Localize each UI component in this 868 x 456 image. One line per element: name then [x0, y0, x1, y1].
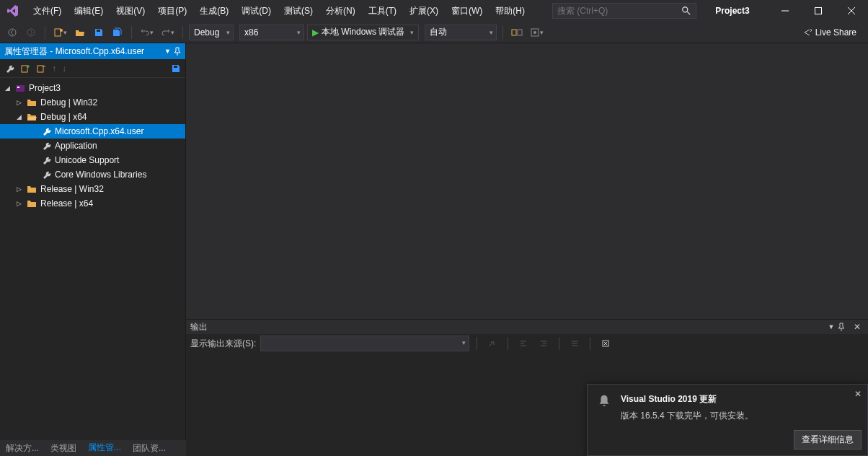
tree-config-debug-x64[interactable]: ◢ Debug | x64 — [0, 110, 185, 124]
nav-forward-button[interactable] — [23, 25, 39, 40]
vs-logo-icon — [6, 4, 20, 18]
goto-prev-icon[interactable] — [484, 336, 500, 351]
wrench-icon — [40, 154, 52, 166]
toolbar-icon-1[interactable] — [509, 25, 525, 40]
separator — [182, 26, 183, 39]
auto-select[interactable]: 自动▾ — [425, 25, 497, 40]
bottom-tab-solution[interactable]: 解决方... — [0, 440, 45, 457]
config-select[interactable]: Debug▾ — [189, 25, 234, 40]
menu-extensions[interactable]: 扩展(X) — [404, 2, 444, 20]
tree-label: Core Windows Libraries — [55, 170, 146, 180]
tree-label: Unicode Support — [55, 155, 119, 165]
wrench-icon[interactable] — [4, 63, 14, 74]
add-sheet-icon[interactable] — [20, 63, 30, 74]
separator — [131, 26, 132, 39]
maximize-button[interactable] — [802, 0, 835, 22]
indent-right-icon[interactable] — [536, 336, 552, 351]
svg-rect-10 — [97, 30, 100, 32]
bottom-tab-classview[interactable]: 类视图 — [45, 440, 82, 457]
existing-sheet-icon[interactable] — [36, 63, 46, 74]
wrench-icon — [40, 140, 52, 152]
pin-icon[interactable] — [838, 323, 851, 331]
live-share-button[interactable]: Live Share — [795, 27, 864, 38]
separator — [508, 337, 508, 350]
save-button[interactable] — [91, 25, 107, 40]
svg-point-7 — [27, 29, 35, 36]
pin-icon[interactable] — [174, 47, 181, 56]
svg-rect-17 — [174, 66, 177, 68]
tree-item-microsoft-cpp[interactable]: Microsoft.Cpp.x64.user — [0, 124, 185, 139]
expand-arrow-icon[interactable]: ▷ — [14, 200, 23, 207]
menu-window[interactable]: 窗口(W) — [446, 2, 488, 20]
bell-icon — [596, 393, 612, 447]
notification-close-icon[interactable]: ✕ — [854, 389, 862, 399]
expand-arrow-icon[interactable]: ◢ — [14, 113, 23, 120]
menu-analyze[interactable]: 分析(N) — [320, 2, 361, 20]
bottom-tab-team[interactable]: 团队资... — [127, 440, 172, 457]
expand-arrow-icon[interactable]: ▷ — [14, 185, 23, 193]
svg-rect-12 — [518, 30, 522, 35]
svg-point-6 — [9, 29, 16, 36]
redo-button[interactable]: ▾ — [159, 25, 177, 40]
play-icon: ▶ — [312, 27, 319, 38]
main-menu: 文件(F) 编辑(E) 视图(V) 项目(P) 生成(B) 调试(D) 测试(S… — [27, 0, 531, 22]
output-source-select[interactable]: ▾ — [260, 336, 469, 351]
output-header[interactable]: 输出 ▼ ✕ — [186, 320, 868, 334]
svg-point-14 — [533, 31, 536, 34]
folder-open-icon — [26, 111, 37, 123]
notification-details-button[interactable]: 查看详细信息 — [794, 430, 862, 450]
svg-rect-18 — [16, 85, 25, 92]
svg-line-1 — [687, 12, 690, 14]
minimize-button[interactable] — [769, 0, 802, 22]
start-debug-button[interactable]: ▶ 本地 Windows 调试器 ▾ — [307, 25, 419, 40]
toolbar-icon-2[interactable]: ▾ — [528, 25, 546, 40]
quick-search[interactable] — [552, 3, 696, 19]
menu-build[interactable]: 生成(B) — [194, 2, 234, 20]
open-file-button[interactable] — [72, 25, 88, 40]
menu-debug[interactable]: 调试(D) — [236, 2, 277, 20]
chevron-down-icon[interactable]: ▼ — [164, 48, 171, 55]
new-file-button[interactable]: ▾ — [51, 25, 69, 40]
undo-button[interactable]: ▾ — [138, 25, 156, 40]
expand-arrow-icon[interactable]: ▷ — [14, 99, 23, 106]
bottom-tab-properties[interactable]: 属性管... — [82, 439, 127, 457]
menu-file[interactable]: 文件(F) — [27, 2, 67, 20]
editor-empty — [186, 43, 868, 319]
window-controls — [769, 0, 868, 22]
down-arrow-icon[interactable]: ↓ — [62, 63, 66, 74]
window-menu-icon[interactable]: ▼ — [825, 323, 838, 330]
tree-config-release-win32[interactable]: ▷ Release | Win32 — [0, 182, 185, 196]
expand-arrow-icon[interactable]: ◢ — [3, 84, 12, 92]
menu-view[interactable]: 视图(V) — [110, 2, 151, 20]
panel-title: 属性管理器 - Microsoft.Cpp.x64.user — [4, 45, 161, 58]
clear-icon[interactable] — [598, 336, 614, 351]
nav-back-button[interactable] — [4, 25, 20, 40]
svg-rect-8 — [55, 29, 61, 36]
platform-select[interactable]: x86▾ — [239, 25, 304, 40]
close-icon[interactable]: ✕ — [851, 322, 864, 332]
menu-test[interactable]: 测试(S) — [278, 2, 319, 20]
output-toolbar: 显示输出来源(S): ▾ — [186, 334, 868, 353]
menu-project[interactable]: 项目(P) — [152, 2, 192, 20]
tree-label: Release | x64 — [40, 198, 93, 209]
panel-tab-header[interactable]: 属性管理器 - Microsoft.Cpp.x64.user ▼ — [0, 43, 185, 59]
tree-label: Application — [55, 141, 97, 151]
up-arrow-icon[interactable]: ↑ — [52, 63, 56, 74]
tree-item-application[interactable]: Application — [0, 139, 185, 153]
menu-edit[interactable]: 编辑(E) — [68, 2, 109, 20]
tree-root[interactable]: ◢ Project3 — [0, 81, 185, 95]
tree-item-unicode[interactable]: Unicode Support — [0, 153, 185, 167]
menu-tools[interactable]: 工具(T) — [363, 2, 402, 20]
output-title: 输出 — [190, 321, 825, 333]
property-manager-panel: 属性管理器 - Microsoft.Cpp.x64.user ▼ ↑ ↓ ◢ P… — [0, 43, 186, 456]
tree-config-debug-win32[interactable]: ▷ Debug | Win32 — [0, 95, 185, 110]
save-sheet-icon[interactable] — [171, 63, 181, 74]
menu-help[interactable]: 帮助(H) — [490, 2, 531, 20]
search-input[interactable] — [557, 6, 677, 16]
tree-config-release-x64[interactable]: ▷ Release | x64 — [0, 196, 185, 211]
tree-item-core-libs[interactable]: Core Windows Libraries — [0, 167, 185, 182]
indent-left-icon[interactable] — [515, 336, 531, 351]
save-all-button[interactable] — [110, 25, 125, 40]
wordwrap-icon[interactable] — [567, 336, 583, 351]
close-button[interactable] — [835, 0, 868, 22]
